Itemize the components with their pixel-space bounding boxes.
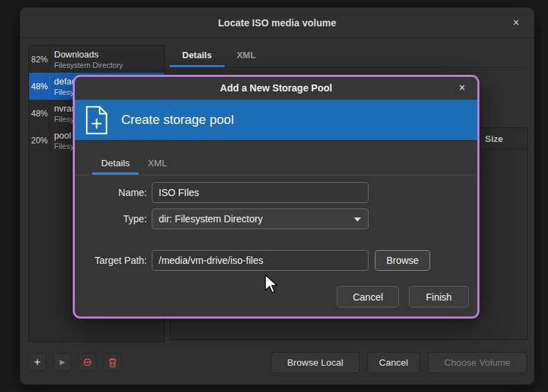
pool-type: Filesystem Directory — [54, 61, 123, 69]
banner-title: Create storage pool — [121, 112, 234, 127]
cancel-button[interactable]: Cancel — [367, 352, 420, 373]
dialog-tab-details[interactable]: Details — [92, 154, 139, 175]
new-pool-icon — [84, 105, 109, 135]
tab-xml[interactable]: XML — [224, 45, 268, 67]
pool-usage-percent: 20% — [29, 127, 50, 154]
type-dropdown[interactable]: dir: Filesystem Directory — [152, 208, 369, 229]
plus-icon: + — [34, 357, 40, 368]
name-input[interactable] — [152, 182, 369, 203]
dialog-tab-xml[interactable]: XML — [139, 154, 176, 175]
browse-button[interactable]: Browse — [375, 250, 430, 271]
dialog-banner: Create storage pool — [75, 100, 477, 140]
pool-usage-percent: 48% — [29, 73, 50, 100]
chevron-down-icon — [354, 217, 361, 222]
mouse-cursor — [264, 274, 279, 298]
pool-detail-tabbar: Details XML — [170, 45, 528, 68]
stop-pool-button[interactable]: ⊖ — [78, 353, 96, 371]
dialog-close-button[interactable]: × — [455, 81, 469, 95]
start-pool-button[interactable]: ▶ — [53, 353, 71, 371]
dialog-titlebar: Add a New Storage Pool × — [75, 77, 477, 100]
type-label: Type: — [75, 208, 147, 229]
name-label: Name: — [75, 182, 147, 203]
target-path-input[interactable] — [152, 250, 369, 271]
target-path-label: Target Path: — [75, 250, 147, 271]
dialog-title: Add a New Storage Pool — [75, 77, 477, 100]
window-title: Locate ISO media volume — [218, 17, 336, 28]
pool-list-item-downloads[interactable]: 82% Downloads Filesystem Directory — [29, 46, 164, 73]
delete-pool-button[interactable] — [103, 353, 121, 371]
window-close-button[interactable]: × — [509, 16, 523, 30]
browse-local-button[interactable]: Browse Local — [271, 352, 360, 373]
window-titlebar: Locate ISO media volume × — [20, 8, 534, 38]
stop-circle-icon: ⊖ — [82, 357, 91, 368]
trash-icon — [108, 357, 117, 368]
choose-volume-button[interactable]: Choose Volume — [427, 352, 527, 373]
size-column-header[interactable]: Size — [475, 128, 503, 150]
add-pool-button[interactable]: + — [28, 353, 46, 371]
play-icon: ▶ — [60, 359, 65, 366]
dialog-finish-button[interactable]: Finish — [409, 286, 469, 308]
dialog-cancel-button[interactable]: Cancel — [337, 286, 399, 308]
pool-name: Downloads — [54, 49, 123, 60]
desktop-background: { "window": { "title": "Locate ISO media… — [0, 0, 548, 392]
pool-usage-percent: 82% — [29, 46, 50, 73]
tab-details[interactable]: Details — [170, 45, 224, 67]
pool-usage-percent: 48% — [29, 100, 50, 127]
dialog-tabbar: Details XML — [75, 154, 477, 175]
type-dropdown-value: dir: Filesystem Directory — [159, 213, 263, 224]
